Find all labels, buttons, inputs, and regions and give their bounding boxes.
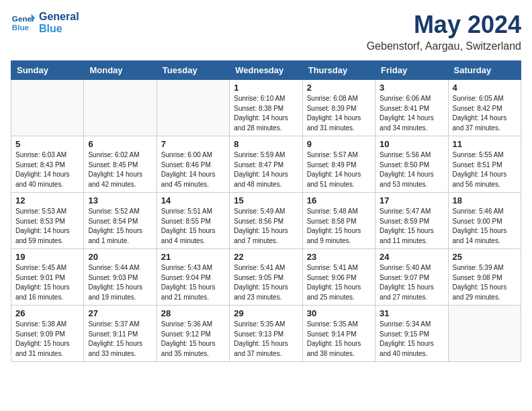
day-cell: 25Sunrise: 5:39 AM Sunset: 9:08 PM Dayli…: [448, 249, 521, 306]
calendar-table: Sunday Monday Tuesday Wednesday Thursday…: [11, 60, 521, 362]
day-cell: 1Sunrise: 6:10 AM Sunset: 8:38 PM Daylig…: [230, 80, 302, 136]
day-info: Sunrise: 6:02 AM Sunset: 8:45 PM Dayligh…: [88, 150, 152, 189]
title-area: May 2024 Gebenstorf, Aargau, Switzerland: [367, 11, 521, 52]
day-number: 6: [88, 139, 152, 149]
day-cell: 3Sunrise: 6:06 AM Sunset: 8:41 PM Daylig…: [375, 80, 448, 136]
week-row-1: 5Sunrise: 6:03 AM Sunset: 8:43 PM Daylig…: [11, 136, 521, 193]
day-number: 29: [234, 308, 298, 318]
day-number: 28: [161, 308, 225, 318]
day-cell: 2Sunrise: 6:08 AM Sunset: 8:39 PM Daylig…: [302, 80, 375, 136]
day-number: 7: [161, 139, 225, 149]
day-info: Sunrise: 5:57 AM Sunset: 8:49 PM Dayligh…: [307, 150, 371, 189]
day-info: Sunrise: 5:34 AM Sunset: 9:15 PM Dayligh…: [380, 320, 443, 359]
day-number: 16: [307, 195, 371, 205]
day-info: Sunrise: 5:45 AM Sunset: 9:01 PM Dayligh…: [15, 263, 79, 302]
day-cell: 18Sunrise: 5:46 AM Sunset: 9:00 PM Dayli…: [448, 193, 521, 249]
col-friday: Friday: [375, 61, 448, 80]
day-number: 19: [15, 252, 79, 262]
col-saturday: Saturday: [448, 61, 521, 80]
day-number: 22: [234, 252, 298, 262]
location: Gebenstorf, Aargau, Switzerland: [367, 40, 521, 52]
day-cell: 24Sunrise: 5:40 AM Sunset: 9:07 PM Dayli…: [375, 249, 448, 306]
day-cell: 5Sunrise: 6:03 AM Sunset: 8:43 PM Daylig…: [11, 136, 84, 193]
day-info: Sunrise: 5:41 AM Sunset: 9:05 PM Dayligh…: [234, 263, 298, 302]
col-sunday: Sunday: [11, 61, 84, 80]
page: General Blue General Blue May 2024 Geben…: [0, 0, 532, 373]
col-tuesday: Tuesday: [157, 61, 229, 80]
logo-blue: Blue: [39, 23, 79, 35]
day-info: Sunrise: 5:35 AM Sunset: 9:13 PM Dayligh…: [234, 320, 298, 359]
day-number: 24: [380, 252, 443, 262]
week-row-0: 1Sunrise: 6:10 AM Sunset: 8:38 PM Daylig…: [11, 80, 521, 136]
day-info: Sunrise: 5:43 AM Sunset: 9:04 PM Dayligh…: [161, 263, 225, 302]
day-info: Sunrise: 5:38 AM Sunset: 9:09 PM Dayligh…: [15, 320, 79, 359]
day-info: Sunrise: 5:56 AM Sunset: 8:50 PM Dayligh…: [380, 150, 443, 189]
day-number: 17: [380, 195, 443, 205]
day-cell: 16Sunrise: 5:48 AM Sunset: 8:58 PM Dayli…: [302, 193, 375, 249]
day-info: Sunrise: 5:51 AM Sunset: 8:55 PM Dayligh…: [161, 207, 225, 246]
day-cell: 17Sunrise: 5:47 AM Sunset: 8:59 PM Dayli…: [375, 193, 448, 249]
day-cell: 13Sunrise: 5:52 AM Sunset: 8:54 PM Dayli…: [84, 193, 157, 249]
day-info: Sunrise: 5:41 AM Sunset: 9:06 PM Dayligh…: [307, 263, 371, 302]
day-cell: 27Sunrise: 5:37 AM Sunset: 9:11 PM Dayli…: [84, 306, 157, 362]
day-cell: 26Sunrise: 5:38 AM Sunset: 9:09 PM Dayli…: [11, 306, 84, 362]
day-info: Sunrise: 5:35 AM Sunset: 9:14 PM Dayligh…: [307, 320, 371, 359]
day-info: Sunrise: 5:36 AM Sunset: 9:12 PM Dayligh…: [161, 320, 225, 359]
day-cell: 19Sunrise: 5:45 AM Sunset: 9:01 PM Dayli…: [11, 249, 84, 306]
day-number: 20: [88, 252, 152, 262]
day-cell: 11Sunrise: 5:55 AM Sunset: 8:51 PM Dayli…: [448, 136, 521, 193]
day-cell: 6Sunrise: 6:02 AM Sunset: 8:45 PM Daylig…: [84, 136, 157, 193]
day-cell: 15Sunrise: 5:49 AM Sunset: 8:56 PM Dayli…: [230, 193, 302, 249]
week-row-2: 12Sunrise: 5:53 AM Sunset: 8:53 PM Dayli…: [11, 193, 521, 249]
day-info: Sunrise: 5:47 AM Sunset: 8:59 PM Dayligh…: [380, 207, 443, 246]
day-cell: 4Sunrise: 6:05 AM Sunset: 8:42 PM Daylig…: [448, 80, 521, 136]
day-cell: 7Sunrise: 6:00 AM Sunset: 8:46 PM Daylig…: [157, 136, 229, 193]
day-number: 3: [380, 83, 443, 93]
day-number: 5: [15, 139, 79, 149]
day-number: 10: [380, 139, 443, 149]
col-thursday: Thursday: [302, 61, 375, 80]
col-wednesday: Wednesday: [230, 61, 302, 80]
day-info: Sunrise: 5:53 AM Sunset: 8:53 PM Dayligh…: [15, 207, 79, 246]
day-cell: 9Sunrise: 5:57 AM Sunset: 8:49 PM Daylig…: [302, 136, 375, 193]
month-title: May 2024: [367, 11, 521, 39]
day-cell: 30Sunrise: 5:35 AM Sunset: 9:14 PM Dayli…: [302, 306, 375, 362]
day-number: 27: [88, 308, 152, 318]
day-info: Sunrise: 5:52 AM Sunset: 8:54 PM Dayligh…: [88, 207, 152, 246]
day-cell: 12Sunrise: 5:53 AM Sunset: 8:53 PM Dayli…: [11, 193, 84, 249]
day-cell: [448, 306, 521, 362]
day-cell: 23Sunrise: 5:41 AM Sunset: 9:06 PM Dayli…: [302, 249, 375, 306]
day-cell: [157, 80, 229, 136]
logo-general: General: [39, 11, 79, 23]
day-number: 23: [307, 252, 371, 262]
day-cell: 28Sunrise: 5:36 AM Sunset: 9:12 PM Dayli…: [157, 306, 229, 362]
week-row-3: 19Sunrise: 5:45 AM Sunset: 9:01 PM Dayli…: [11, 249, 521, 306]
day-number: 25: [453, 252, 517, 262]
day-info: Sunrise: 5:55 AM Sunset: 8:51 PM Dayligh…: [453, 150, 517, 189]
day-info: Sunrise: 6:03 AM Sunset: 8:43 PM Dayligh…: [15, 150, 79, 189]
day-number: 30: [307, 308, 371, 318]
day-info: Sunrise: 6:08 AM Sunset: 8:39 PM Dayligh…: [307, 94, 371, 133]
day-number: 9: [307, 139, 371, 149]
day-info: Sunrise: 5:46 AM Sunset: 9:00 PM Dayligh…: [453, 207, 517, 246]
day-info: Sunrise: 5:37 AM Sunset: 9:11 PM Dayligh…: [88, 320, 152, 359]
day-info: Sunrise: 5:44 AM Sunset: 9:03 PM Dayligh…: [88, 263, 152, 302]
day-number: 1: [234, 83, 298, 93]
day-number: 18: [453, 195, 517, 205]
day-number: 26: [15, 308, 79, 318]
day-info: Sunrise: 5:49 AM Sunset: 8:56 PM Dayligh…: [234, 207, 298, 246]
day-cell: 21Sunrise: 5:43 AM Sunset: 9:04 PM Dayli…: [157, 249, 229, 306]
col-monday: Monday: [84, 61, 157, 80]
day-number: 4: [453, 83, 517, 93]
day-info: Sunrise: 6:00 AM Sunset: 8:46 PM Dayligh…: [161, 150, 225, 189]
day-cell: 10Sunrise: 5:56 AM Sunset: 8:50 PM Dayli…: [375, 136, 448, 193]
day-number: 13: [88, 195, 152, 205]
day-info: Sunrise: 6:10 AM Sunset: 8:38 PM Dayligh…: [234, 94, 298, 133]
day-cell: [11, 80, 84, 136]
day-info: Sunrise: 5:40 AM Sunset: 9:07 PM Dayligh…: [380, 263, 443, 302]
day-cell: [84, 80, 157, 136]
day-cell: 22Sunrise: 5:41 AM Sunset: 9:05 PM Dayli…: [230, 249, 302, 306]
day-info: Sunrise: 5:59 AM Sunset: 8:47 PM Dayligh…: [234, 150, 298, 189]
day-number: 14: [161, 195, 225, 205]
svg-text:Blue: Blue: [12, 23, 30, 32]
